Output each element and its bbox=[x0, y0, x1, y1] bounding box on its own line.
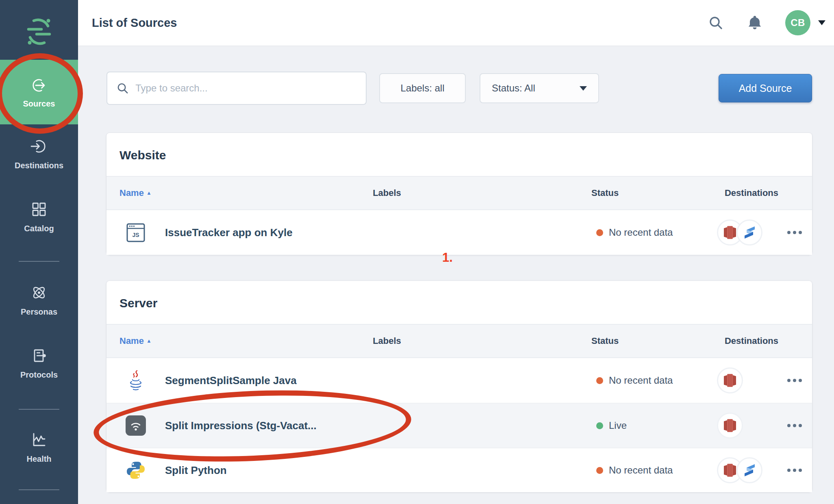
java-icon bbox=[124, 370, 147, 391]
column-header-status: Status bbox=[591, 188, 619, 198]
row-menu-button[interactable] bbox=[781, 465, 808, 476]
destinations-cell bbox=[717, 367, 743, 393]
search-input-icon bbox=[116, 81, 129, 95]
status-text: No recent data bbox=[609, 465, 673, 476]
sidebar-divider bbox=[19, 409, 59, 410]
sidebar-item-health[interactable]: Health bbox=[0, 430, 78, 464]
javascript-icon: JS bbox=[124, 222, 147, 243]
sidebar-item-label: Catalog bbox=[24, 224, 54, 233]
source-row[interactable]: SegmentSplitSample JavaNo recent data bbox=[106, 358, 812, 403]
sort-ascending-icon: ▲ bbox=[146, 338, 152, 344]
account-menu-caret-icon[interactable] bbox=[818, 20, 825, 25]
source-row[interactable]: Split Impressions (Stg-Vacat...Live bbox=[106, 403, 812, 448]
status-cell: Live bbox=[596, 420, 627, 431]
page-title: List of Sources bbox=[92, 16, 177, 30]
sidebar: Sources Destinations Catalog bbox=[0, 0, 78, 504]
filter-toolbar: Labels: all Status: All Add Source bbox=[106, 72, 812, 105]
top-bar: List of Sources CB bbox=[78, 0, 834, 46]
sidebar-item-label: Destinations bbox=[15, 161, 63, 170]
catalog-icon bbox=[30, 200, 48, 219]
personas-icon bbox=[30, 283, 48, 302]
column-header-name[interactable]: Name▲ bbox=[119, 188, 152, 198]
sources-icon bbox=[30, 76, 48, 95]
sidebar-item-label: Protocols bbox=[20, 370, 58, 380]
status-dot bbox=[596, 467, 603, 474]
row-menu-button[interactable] bbox=[781, 375, 808, 386]
python-icon bbox=[124, 461, 147, 480]
segment-logo-icon bbox=[23, 15, 55, 48]
health-icon bbox=[30, 430, 48, 449]
source-name: SegmentSplitSample Java bbox=[165, 374, 297, 387]
sidebar-item-sources[interactable]: Sources bbox=[0, 60, 78, 124]
search-box[interactable] bbox=[106, 72, 367, 105]
status-text: No recent data bbox=[609, 375, 673, 386]
labels-filter-button[interactable]: Labels: all bbox=[379, 73, 466, 103]
sidebar-divider bbox=[19, 489, 59, 490]
column-header-destinations: Destinations bbox=[717, 336, 786, 346]
status-dot bbox=[596, 377, 603, 384]
status-text: Live bbox=[609, 420, 627, 431]
sidebar-item-label: Health bbox=[26, 454, 51, 464]
stitch-destination-icon[interactable] bbox=[736, 219, 762, 245]
destinations-cell bbox=[717, 457, 762, 483]
source-row[interactable]: Split PythonNo recent data bbox=[106, 448, 812, 492]
user-avatar[interactable]: CB bbox=[785, 10, 810, 35]
sidebar-divider bbox=[19, 261, 59, 262]
table-header: Name▲LabelsStatusDestinations bbox=[106, 324, 812, 358]
http-api-icon bbox=[124, 415, 147, 436]
svg-text:JS: JS bbox=[132, 232, 139, 238]
status-cell: No recent data bbox=[596, 465, 673, 476]
search-icon[interactable] bbox=[708, 15, 723, 30]
destinations-icon bbox=[30, 137, 48, 156]
sidebar-item-protocols[interactable]: Protocols bbox=[0, 346, 78, 380]
search-input[interactable] bbox=[135, 83, 357, 94]
redshift-destination-icon[interactable] bbox=[717, 413, 743, 439]
row-menu-button[interactable] bbox=[781, 420, 808, 431]
status-cell: No recent data bbox=[596, 375, 673, 386]
sidebar-item-personas[interactable]: Personas bbox=[0, 283, 78, 317]
column-header-status: Status bbox=[591, 336, 619, 346]
source-name: Split Python bbox=[165, 464, 227, 477]
destinations-cell bbox=[717, 219, 762, 245]
section-title: Server bbox=[106, 281, 812, 324]
row-menu-button[interactable] bbox=[781, 227, 808, 238]
column-header-destinations: Destinations bbox=[717, 188, 786, 198]
protocols-icon bbox=[30, 346, 48, 365]
add-source-button[interactable]: Add Source bbox=[719, 74, 812, 102]
status-dot bbox=[596, 422, 603, 429]
source-sections: WebsiteName▲LabelsStatusDestinationsJSIs… bbox=[78, 133, 834, 492]
sidebar-item-catalog[interactable]: Catalog bbox=[0, 200, 78, 233]
column-header-name[interactable]: Name▲ bbox=[119, 336, 152, 346]
top-bar-actions: CB bbox=[708, 10, 825, 35]
source-name: Split Impressions (Stg-Vacat... bbox=[165, 419, 317, 432]
destinations-cell bbox=[717, 413, 743, 439]
segment-sources-page: Sources Destinations Catalog bbox=[0, 0, 834, 504]
redshift-destination-icon[interactable] bbox=[717, 367, 743, 393]
sidebar-item-destinations[interactable]: Destinations bbox=[0, 137, 78, 170]
notifications-bell-icon[interactable] bbox=[747, 15, 762, 31]
section-title: Website bbox=[106, 133, 812, 176]
status-text: No recent data bbox=[609, 227, 673, 238]
source-section-website: WebsiteName▲LabelsStatusDestinationsJSIs… bbox=[106, 133, 812, 255]
column-header-labels: Labels bbox=[318, 188, 456, 198]
main-content: Labels: all Status: All Add Source Websi… bbox=[78, 46, 834, 492]
status-dot bbox=[596, 229, 603, 236]
source-section-server: ServerName▲LabelsStatusDestinationsSegme… bbox=[106, 281, 812, 492]
column-header-labels: Labels bbox=[318, 336, 456, 346]
status-filter-label: Status: All bbox=[492, 83, 535, 94]
source-name: IssueTracker app on Kyle bbox=[165, 226, 293, 239]
status-filter-dropdown[interactable]: Status: All bbox=[480, 73, 599, 103]
stitch-destination-icon[interactable] bbox=[736, 457, 762, 483]
table-header: Name▲LabelsStatusDestinations bbox=[106, 176, 812, 210]
status-cell: No recent data bbox=[596, 227, 673, 238]
source-row[interactable]: JSIssueTracker app on KyleNo recent data bbox=[106, 210, 812, 255]
dropdown-caret-icon bbox=[580, 86, 587, 91]
sidebar-item-label: Sources bbox=[23, 99, 55, 109]
sort-ascending-icon: ▲ bbox=[146, 190, 152, 196]
sidebar-item-label: Personas bbox=[21, 307, 57, 317]
